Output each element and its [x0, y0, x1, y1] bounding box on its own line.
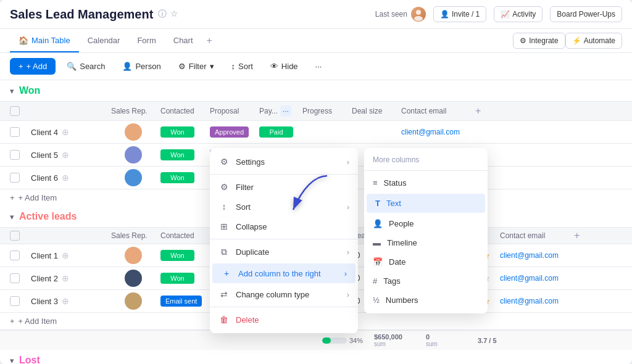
menu-delete[interactable]: 🗑 Delete [210, 310, 358, 329]
row-add-icon[interactable]: ⊕ [62, 127, 69, 137]
menu-collapse[interactable]: ⊞ Collapse [210, 217, 358, 236]
duplicate-arrow: › [347, 247, 349, 257]
header-left: Sales Lead Management ⓘ ☆ [10, 7, 178, 22]
info-icon[interactable]: ⓘ [158, 9, 167, 20]
sort-icon: ↕ [231, 62, 236, 71]
submenu-numbers[interactable]: ½ Numbers [364, 291, 488, 310]
context-menu: ⚙ Settings › ⚙ Filter ↕ Sort › ⊞ Collaps… [210, 148, 358, 333]
avatar [125, 292, 142, 310]
row-checkbox[interactable] [10, 273, 20, 283]
submenu-people[interactable]: 👤 People [364, 214, 488, 233]
row-add-icon[interactable]: ⊕ [62, 250, 69, 260]
active-check-all[interactable] [10, 231, 20, 241]
header-icons: ⓘ ☆ [158, 9, 178, 20]
menu-change-type[interactable]: ⇄ Change column type › [210, 284, 358, 304]
tab-add-button[interactable]: + [202, 29, 217, 52]
row-checkbox[interactable] [10, 127, 20, 137]
contacted-badge: Won [160, 273, 194, 284]
add-button[interactable]: + + Add [10, 58, 56, 75]
submenu-divider [364, 170, 488, 171]
integrate-icon: ⚙ [520, 36, 526, 45]
home-icon: 🏠 [19, 36, 28, 45]
row-checkbox[interactable] [10, 173, 20, 183]
won-toggle[interactable]: ▾ [10, 86, 14, 96]
search-icon: 🔍 [67, 62, 77, 71]
toolbar: + + Add 🔍 Search 👤 Person ⚙ Filter ▾ ↕ S… [0, 53, 632, 80]
top-header: Sales Lead Management ⓘ ☆ Last seen 👤 In… [0, 0, 632, 29]
lost-toggle[interactable]: ▾ [10, 356, 14, 365]
activity-icon: 📈 [501, 10, 510, 19]
won-section-header: ▾ Won [0, 80, 632, 101]
invite-button[interactable]: 👤 Invite / 1 [433, 6, 486, 22]
row-checkbox[interactable] [10, 296, 20, 306]
active-toggle[interactable]: ▾ [10, 212, 14, 221]
active-title: Active leads [19, 211, 77, 222]
sort-menu-icon: ↕ [218, 202, 230, 212]
date-icon: 📅 [373, 257, 383, 267]
hide-button[interactable]: 👁 Hide [264, 59, 304, 74]
contacted-badge: Email sent [160, 296, 202, 307]
row-add-icon[interactable]: ⊕ [62, 273, 69, 283]
submenu-status[interactable]: ≡ Status [364, 173, 488, 192]
person-filter-button[interactable]: 👤 Person [116, 59, 167, 74]
menu-sort[interactable]: ↕ Sort › [210, 197, 358, 217]
people-icon: 👤 [373, 219, 383, 228]
won-add-col[interactable]: + [473, 103, 491, 119]
progress-summary: 34% [349, 337, 363, 344]
submenu-date[interactable]: 📅 Date [364, 252, 488, 271]
star-icon[interactable]: ☆ [170, 9, 178, 20]
svg-point-0 [416, 10, 421, 15]
tab-chart[interactable]: Chart [165, 30, 202, 52]
submenu-timeline[interactable]: ▬ Timeline [364, 233, 488, 252]
row-checkbox[interactable] [10, 250, 20, 260]
avatar [125, 123, 142, 141]
change-type-arrow: › [347, 290, 349, 299]
proposal-badge: Approved [210, 126, 249, 138]
board-powerups-button[interactable]: Board Power-Ups [550, 6, 622, 22]
svg-point-1 [414, 16, 423, 21]
tab-main-table[interactable]: 🏠 Main Table [10, 30, 79, 52]
column-type-submenu: More columns ≡ Status T Text 👤 People ▬ … [364, 148, 488, 313]
menu-add-column[interactable]: + Add column to the right › [212, 263, 356, 283]
submenu-tags[interactable]: # Tags [364, 271, 488, 291]
row-add-icon[interactable]: ⊕ [62, 150, 69, 160]
avatar [411, 7, 426, 22]
automate-icon: ⚡ [572, 36, 581, 45]
sort-button[interactable]: ↕ Sort [225, 59, 259, 74]
duplicate-icon: ⧉ [218, 247, 230, 257]
payment-badge: Paid [259, 126, 293, 138]
change-type-icon: ⇄ [218, 289, 230, 299]
automate-button[interactable]: ⚡ Automate [565, 33, 622, 49]
active-add-col[interactable]: + [572, 228, 590, 244]
integrate-button[interactable]: ⚙ Integrate [513, 33, 565, 49]
plus-icon: + [19, 62, 23, 71]
lost-title: Lost [19, 355, 40, 364]
menu-duplicate[interactable]: ⧉ Duplicate › [210, 242, 358, 262]
tab-calendar[interactable]: Calendar [79, 30, 129, 52]
activity-button[interactable]: 📈 Activity [494, 6, 543, 22]
menu-filter[interactable]: ⚙ Filter [210, 177, 358, 197]
last-seen: Last seen [375, 7, 426, 22]
row-checkbox[interactable] [10, 150, 20, 160]
row-add-icon[interactable]: ⊕ [62, 173, 69, 183]
collapse-icon: ⊞ [218, 221, 230, 231]
won-check-all[interactable] [10, 106, 20, 116]
avatar [125, 247, 142, 264]
filter-button[interactable]: ⚙ Filter ▾ [172, 59, 220, 74]
row-add-icon[interactable]: ⊕ [62, 296, 69, 306]
table-row: Client 4⊕ Won Approved Paid client@gmail… [0, 121, 632, 144]
payment-col-options[interactable]: ··· [280, 105, 291, 117]
tab-form[interactable]: Form [128, 30, 164, 52]
more-button[interactable]: ··· [309, 59, 328, 74]
contacted-badge: Won [160, 126, 194, 138]
hide-icon: 👁 [270, 62, 278, 71]
submenu-text[interactable]: T Text [367, 194, 485, 213]
header-right: Last seen 👤 Invite / 1 📈 Activity Board … [375, 6, 622, 22]
search-button[interactable]: 🔍 Search [60, 59, 111, 74]
menu-settings[interactable]: ⚙ Settings › [210, 152, 358, 172]
menu-divider-2 [210, 239, 358, 239]
submenu-title: More columns [364, 152, 488, 168]
status-icon: ≡ [373, 178, 378, 188]
contacted-badge: Won [160, 149, 194, 160]
contacted-badge: Won [160, 172, 194, 183]
